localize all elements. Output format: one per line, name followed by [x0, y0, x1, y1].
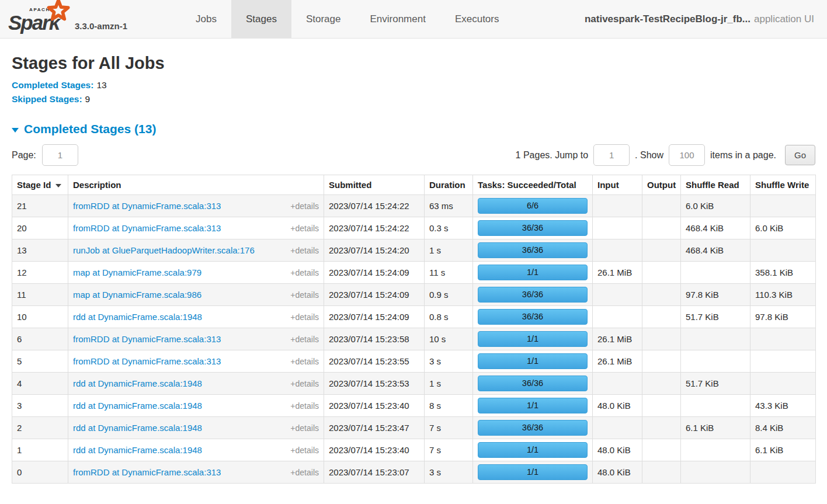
details-toggle[interactable]: +details [290, 312, 319, 322]
description-cell: fromRDD at DynamicFrame.scala:313+detail… [68, 350, 324, 373]
stage-description-link[interactable]: fromRDD at DynamicFrame.scala:313 [73, 334, 221, 344]
completed-stages-label: Completed Stages: [12, 80, 93, 90]
nav-tab-environment[interactable]: Environment [355, 0, 440, 38]
shuffle-write-cell [750, 195, 816, 217]
completed-stages-section-toggle[interactable]: Completed Stages (13) [12, 122, 815, 136]
tasks-cell: 1/1 [473, 328, 593, 350]
details-toggle[interactable]: +details [290, 468, 319, 477]
main-nav: JobsStagesStorageEnvironmentExecutors [181, 0, 513, 38]
description-cell: rdd at DynamicFrame.scala:1948+details [68, 417, 324, 439]
stage-id-cell: 21 [12, 195, 68, 217]
submitted-cell: 2023/07/14 15:23:58 [324, 328, 425, 350]
nav-tab-jobs[interactable]: Jobs [181, 0, 231, 38]
page-title: Stages for All Jobs [12, 54, 815, 73]
column-header-input[interactable]: Input [593, 175, 642, 195]
output-cell [642, 439, 681, 461]
column-header-description[interactable]: Description [68, 175, 324, 195]
stage-id-cell: 0 [12, 461, 68, 484]
shuffle-read-cell [681, 439, 750, 461]
tasks-progress-bar: 36/36 [478, 242, 588, 258]
description-cell: rdd at DynamicFrame.scala:1948+details [68, 373, 324, 395]
details-toggle[interactable]: +details [290, 224, 319, 233]
stage-id-cell: 13 [12, 239, 68, 262]
submitted-cell: 2023/07/14 15:24:09 [324, 306, 425, 328]
stage-description-link[interactable]: rdd at DynamicFrame.scala:1948 [73, 312, 202, 322]
shuffle-write-cell: 110.3 KiB [750, 284, 816, 306]
details-toggle[interactable]: +details [290, 268, 319, 277]
details-toggle[interactable]: +details [290, 357, 319, 366]
column-header-label: Tasks: Succeeded/Total [478, 180, 576, 190]
stage-description-link[interactable]: fromRDD at DynamicFrame.scala:313 [73, 356, 221, 366]
output-cell [642, 373, 681, 395]
description-cell: rdd at DynamicFrame.scala:1948+details [68, 439, 324, 461]
column-header-tasks-succeeded-total[interactable]: Tasks: Succeeded/Total [473, 175, 593, 195]
description-cell: fromRDD at DynamicFrame.scala:313+detail… [68, 217, 324, 239]
description-cell: runJob at GlueParquetHadoopWriter.scala:… [68, 239, 324, 262]
details-toggle[interactable]: +details [290, 290, 319, 300]
shuffle-read-cell [681, 262, 750, 284]
column-header-stage-id[interactable]: Stage Id [12, 175, 68, 195]
stage-description-link[interactable]: map at DynamicFrame.scala:979 [73, 267, 201, 277]
stage-description-link[interactable]: rdd at DynamicFrame.scala:1948 [73, 401, 202, 411]
current-page-input[interactable] [42, 144, 78, 166]
stage-row: 20fromRDD at DynamicFrame.scala:313+deta… [12, 217, 816, 239]
tasks-cell: 1/1 [473, 395, 593, 417]
details-toggle[interactable]: +details [290, 401, 319, 411]
tasks-cell: 1/1 [473, 439, 593, 461]
items-per-page-input[interactable] [669, 144, 705, 166]
jump-to-page-input[interactable] [593, 144, 630, 166]
details-toggle[interactable]: +details [290, 335, 319, 344]
shuffle-read-cell: 97.8 KiB [681, 284, 750, 306]
column-header-duration[interactable]: Duration [425, 175, 473, 195]
tasks-progress-bar: 36/36 [478, 220, 588, 236]
stage-id-cell: 3 [12, 395, 68, 417]
tasks-progress-bar: 36/36 [478, 287, 588, 303]
shuffle-write-cell [750, 350, 816, 373]
tasks-cell: 36/36 [473, 373, 593, 395]
shuffle-write-cell [750, 373, 816, 395]
details-toggle[interactable]: +details [290, 379, 319, 388]
tasks-cell: 1/1 [473, 350, 593, 373]
output-cell [642, 195, 681, 217]
details-toggle[interactable]: +details [290, 446, 319, 455]
stage-description-link[interactable]: fromRDD at DynamicFrame.scala:313 [73, 223, 221, 233]
tasks-progress-bar: 1/1 [478, 398, 588, 413]
description-wrap: fromRDD at DynamicFrame.scala:313+detail… [73, 223, 319, 233]
stage-description-link[interactable]: fromRDD at DynamicFrame.scala:313 [73, 201, 221, 211]
nav-tab-storage[interactable]: Storage [291, 0, 356, 38]
duration-cell: 7 s [425, 439, 473, 461]
description-cell: map at DynamicFrame.scala:986+details [68, 284, 324, 306]
application-title: nativespark-TestRecipeBlog-jr_fb... appl… [585, 0, 814, 38]
column-header-output[interactable]: Output [642, 175, 681, 195]
stage-description-link[interactable]: map at DynamicFrame.scala:986 [73, 290, 201, 300]
submitted-cell: 2023/07/14 15:24:22 [324, 217, 425, 239]
column-header-submitted[interactable]: Submitted [324, 175, 425, 195]
go-button[interactable]: Go [785, 145, 815, 165]
details-toggle[interactable]: +details [290, 423, 319, 433]
input-cell: 26.1 MiB [593, 262, 642, 284]
skipped-stages-summary: Skipped Stages:9 [12, 94, 815, 105]
column-header-shuffle-write[interactable]: Shuffle Write [750, 175, 816, 195]
stage-description-link[interactable]: rdd at DynamicFrame.scala:1948 [73, 378, 202, 388]
details-toggle[interactable]: +details [290, 201, 319, 211]
items-per-page-text: items in a page. [710, 150, 776, 161]
application-name: nativespark-TestRecipeBlog-jr_fb... [585, 13, 750, 25]
description-wrap: rdd at DynamicFrame.scala:1948+details [73, 401, 319, 411]
nav-tab-stages[interactable]: Stages [231, 0, 291, 38]
stage-description-link[interactable]: rdd at DynamicFrame.scala:1948 [73, 423, 202, 433]
output-cell [642, 461, 681, 484]
stage-row: 11map at DynamicFrame.scala:986+details2… [12, 284, 816, 306]
details-toggle[interactable]: +details [290, 246, 319, 255]
stage-description-link[interactable]: fromRDD at DynamicFrame.scala:313 [73, 467, 221, 477]
pagination-left: Page: [12, 144, 78, 166]
shuffle-write-cell: 358.1 KiB [750, 262, 816, 284]
stage-id-cell: 2 [12, 417, 68, 439]
output-cell [642, 284, 681, 306]
tasks-progress-bar: 36/36 [478, 376, 588, 391]
column-header-shuffle-read[interactable]: Shuffle Read [681, 175, 750, 195]
spark-logo: APACHE Spark 3.3.0-amzn-1 [8, 0, 127, 38]
nav-tab-executors[interactable]: Executors [440, 0, 514, 38]
sort-descending-icon [55, 184, 61, 187]
stage-description-link[interactable]: rdd at DynamicFrame.scala:1948 [73, 445, 202, 455]
stage-description-link[interactable]: runJob at GlueParquetHadoopWriter.scala:… [73, 245, 255, 255]
